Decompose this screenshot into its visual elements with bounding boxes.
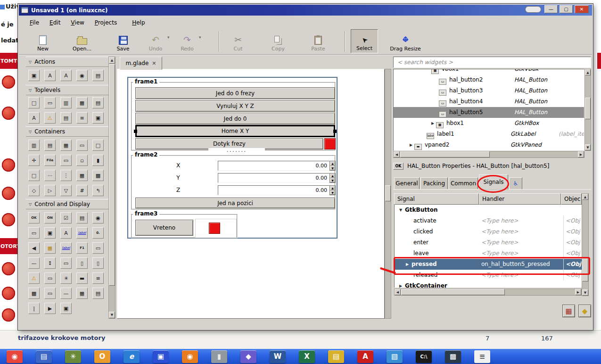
signal-row-leave[interactable]: leave <Type here> <Obj	[395, 248, 582, 259]
signal-object[interactable]: <Obj	[563, 215, 580, 226]
palette-widget-icon[interactable]: ▥	[60, 97, 72, 108]
signal-handler[interactable]: <Type here>	[481, 237, 519, 248]
signal-handler[interactable]: <Type here>	[481, 226, 519, 237]
signals-horizontal-scrollbar[interactable]: ◀ ▶	[394, 289, 582, 296]
menu-file[interactable]: File	[25, 18, 43, 27]
palette-warning-icon[interactable]: ⚠	[44, 112, 56, 124]
palette-spinbutton-icon[interactable]: 0.	[92, 227, 104, 239]
palette-checkbox-icon[interactable]: ☑	[60, 212, 72, 223]
palette-widget-icon[interactable]: □	[92, 140, 104, 151]
palette-widget-icon[interactable]: ≡	[92, 273, 104, 284]
signal-object[interactable]: <Obj	[563, 270, 580, 281]
palette-widget-icon[interactable]: File	[44, 155, 56, 166]
statusbar-lock-button[interactable]: ◆	[578, 305, 591, 317]
tree-hscrollbar-thumb[interactable]	[400, 151, 490, 157]
signal-group-gtkbutton[interactable]: ▼GtkButton	[395, 205, 582, 215]
cut-button[interactable]: ✂ Cut	[226, 29, 250, 53]
spinbutton-x[interactable]: 0.00	[218, 161, 329, 171]
palette-widget-icon[interactable]: ▭	[76, 140, 88, 151]
palette-widget-icon[interactable]: ▩	[92, 170, 104, 181]
palette-widget-icon[interactable]: □	[28, 97, 40, 108]
column-object[interactable]: Objec	[561, 193, 582, 205]
taskbar-icon-system-tool[interactable]: ✳	[65, 350, 81, 363]
spin-up-icon[interactable]: ▲	[330, 174, 335, 178]
taskbar-icon-paint[interactable]: ▧	[387, 350, 403, 363]
spinbutton-y-arrows[interactable]: ▲▼	[329, 173, 336, 183]
palette-warning-icon[interactable]: ⚠	[28, 273, 40, 284]
tab-close-icon[interactable]: ✕	[152, 60, 156, 66]
taskbar-icon-chrome[interactable]: ◉	[7, 350, 23, 363]
palette-widget-icon[interactable]: ◀	[28, 242, 40, 254]
palette-section-toplevels[interactable]: ▽Toplevels	[26, 85, 109, 95]
tab-m-glade[interactable]: m.glade ✕	[120, 57, 162, 70]
palette-widget-icon[interactable]: ▦	[76, 97, 88, 108]
menu-view[interactable]: View	[66, 18, 88, 27]
paste-button[interactable]: Paste	[306, 29, 330, 53]
scroll-up-icon[interactable]: ▲	[582, 194, 588, 200]
tree-row-hal-button5-selected[interactable]: ▭hal_button5 HAL_Button	[394, 107, 584, 118]
design-button-jed-na-pozici[interactable]: Jed na pozici	[135, 198, 335, 208]
taskbar-icon-word[interactable]: W	[270, 350, 286, 363]
palette-widget-icon[interactable]: ▶	[44, 303, 56, 314]
redo-dropdown-icon[interactable]: ▾	[199, 35, 201, 40]
scroll-down-icon[interactable]: ▼	[109, 312, 115, 318]
design-button-home-xy-selected[interactable]: Home X Y	[135, 125, 335, 137]
tree-row-vpaned2[interactable]: ▶▬vpaned2 GtkVPaned	[394, 140, 584, 150]
palette-widget-icon[interactable]: ▬	[76, 273, 88, 284]
menu-edit[interactable]: Edit	[45, 18, 65, 27]
taskbar-icon-photo-viewer[interactable]: ▩	[445, 350, 461, 363]
expander-icon[interactable]: ▼	[399, 205, 405, 215]
expander-icon[interactable]: ▶	[399, 281, 405, 288]
close-button[interactable]: ✕	[575, 5, 589, 13]
signal-handler[interactable]: <Type here>	[481, 215, 519, 226]
tab-signals[interactable]: Signals	[479, 174, 508, 190]
scroll-right-icon[interactable]: ▶	[575, 289, 581, 295]
new-button[interactable]: New	[32, 29, 54, 53]
column-signal[interactable]: Signal	[394, 193, 479, 205]
signal-row-pressed-selected[interactable]: ▶pressed on_hal_button5_pressed <Obj	[395, 259, 582, 270]
palette-ok-button-icon[interactable]: OK	[28, 212, 40, 223]
spin-down-icon[interactable]: ▼	[330, 178, 335, 183]
palette-scrollbar-thumb[interactable]	[109, 64, 115, 286]
palette-widget-icon[interactable]: ↰	[92, 185, 104, 196]
copy-button[interactable]: Copy	[266, 29, 290, 53]
palette-toggle-icon[interactable]: ON	[44, 212, 56, 223]
signal-row-activate[interactable]: activate <Type here> <Obj	[395, 215, 582, 226]
palette-widget-icon[interactable]: #	[76, 185, 88, 196]
paned-grip-dots[interactable]: ·······	[208, 148, 265, 155]
design-led-red[interactable]	[209, 223, 220, 234]
palette-image-icon[interactable]: ▦	[44, 242, 56, 254]
palette-widget-icon[interactable]: ▯	[92, 257, 104, 269]
widget-search-input[interactable]: < search widgets >	[393, 57, 591, 68]
palette-widget-icon[interactable]: ▤	[92, 97, 104, 108]
statusbar-resource-button[interactable]: ▦	[562, 305, 575, 317]
palette-widget-icon[interactable]: ▣	[28, 70, 40, 81]
scroll-left-icon[interactable]: ◀	[395, 289, 401, 295]
tree-row-hal-button2[interactable]: ▭hal_button2 HAL_Button	[394, 74, 584, 85]
palette-widget-icon[interactable]: A	[60, 70, 72, 81]
expander-icon[interactable]: ▶	[406, 259, 412, 270]
expander-icon[interactable]: ▶	[410, 140, 414, 150]
palette-widget-icon[interactable]: ···	[44, 170, 56, 181]
palette-widget-icon[interactable]: |	[28, 303, 40, 314]
taskbar-icon-lock[interactable]: ▮	[211, 350, 227, 363]
tab-common[interactable]: Common	[449, 177, 478, 190]
spinbutton-x-arrows[interactable]: ▲▼	[329, 161, 336, 171]
taskbar-icon-folder[interactable]: ▤	[328, 350, 344, 363]
palette-widget-icon[interactable]: ↕	[44, 257, 56, 269]
palette-widget-icon[interactable]: A	[28, 112, 40, 124]
palette-widget-icon[interactable]: ▤	[60, 112, 72, 124]
signal-handler[interactable]: <Type here>	[481, 270, 519, 281]
design-button-jed-do-0-frezy[interactable]: Jed do 0 frezy	[135, 87, 335, 99]
scroll-up-icon[interactable]: ▲	[109, 57, 115, 64]
palette-widget-icon[interactable]: ≡	[76, 112, 88, 124]
palette-accel-icon[interactable]: F1	[76, 242, 88, 254]
selection-handle[interactable]	[333, 130, 337, 133]
palette-widget-icon[interactable]: ▭	[28, 227, 40, 239]
signals-table-body[interactable]: ▼GtkButton activate <Type here> <Obj cli…	[394, 205, 582, 288]
palette-widget-icon[interactable]: ◇	[28, 185, 40, 196]
palette-widget-icon[interactable]: ▣	[44, 227, 56, 239]
spin-down-icon[interactable]: ▼	[330, 190, 335, 195]
menu-projects[interactable]: Projects	[91, 18, 121, 27]
palette-widget-icon[interactable]: ▭	[44, 97, 56, 108]
